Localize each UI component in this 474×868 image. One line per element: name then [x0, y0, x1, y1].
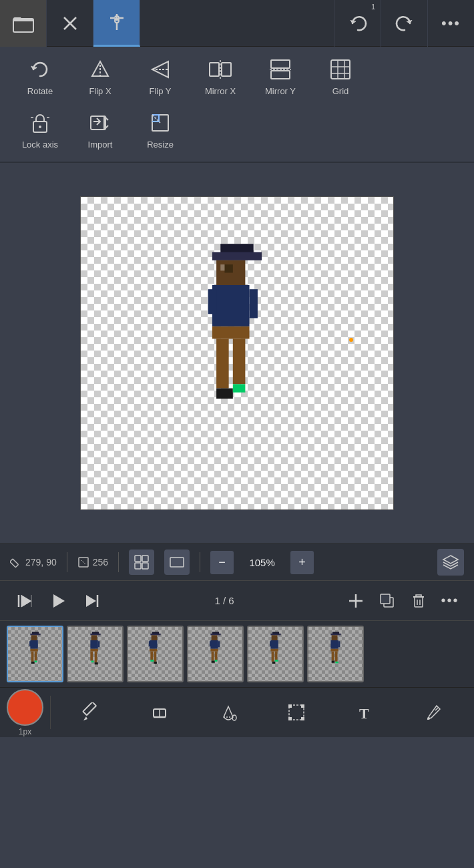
- layers-button[interactable]: [437, 549, 464, 576]
- svg-rect-88: [151, 635, 157, 640]
- import-tool[interactable]: Import: [73, 107, 127, 155]
- svg-text:T: T: [359, 705, 369, 722]
- redo-button[interactable]: [381, 0, 427, 47]
- select-tool-icon: [286, 702, 306, 722]
- svg-rect-119: [331, 635, 337, 640]
- frame-6-sprite: [322, 631, 349, 678]
- resize-tool[interactable]: Resize: [134, 107, 187, 155]
- svg-rect-105: [211, 660, 214, 662]
- more-button[interactable]: •••: [427, 0, 474, 47]
- svg-rect-91: [150, 648, 157, 651]
- zoom-in-button[interactable]: +: [290, 551, 314, 574]
- svg-rect-14: [222, 63, 231, 76]
- canvas-drawing-surface[interactable]: [81, 197, 393, 509]
- eyedropper-tool[interactable]: [417, 694, 450, 731]
- svg-rect-106: [214, 660, 217, 662]
- svg-point-25: [39, 126, 41, 128]
- svg-rect-84: [91, 660, 93, 662]
- frame-view-button[interactable]: [164, 550, 190, 575]
- eraser-tool[interactable]: [143, 694, 176, 731]
- svg-rect-40: [216, 339, 229, 388]
- text-tool-icon: T: [354, 702, 375, 722]
- lockaxis-label: Lock axis: [22, 140, 58, 150]
- folder-button[interactable]: [0, 0, 47, 47]
- select-tool[interactable]: [280, 694, 313, 731]
- svg-rect-99: [210, 640, 218, 649]
- frame-thumb-2[interactable]: [67, 626, 124, 682]
- more-anim-button[interactable]: •••: [436, 587, 464, 615]
- delete-frame-button[interactable]: [405, 587, 433, 615]
- svg-rect-71: [30, 648, 37, 651]
- next-frame-button[interactable]: [77, 586, 107, 616]
- canvas-wrapper[interactable]: [80, 196, 394, 510]
- grid-view-button[interactable]: [129, 550, 154, 575]
- lockaxis-icon: [30, 112, 50, 136]
- svg-marker-53: [443, 556, 458, 564]
- color-area: 1px: [0, 689, 50, 736]
- play-icon: [50, 592, 67, 610]
- svg-rect-63: [415, 597, 423, 607]
- svg-rect-37: [208, 289, 216, 314]
- add-frame-button[interactable]: [342, 587, 370, 615]
- svg-rect-104: [214, 651, 217, 660]
- frame-thumb-6[interactable]: [307, 626, 364, 682]
- resize-icon: [150, 112, 171, 136]
- frame-thumb-5[interactable]: [247, 626, 304, 682]
- svg-marker-128: [83, 716, 87, 720]
- grid-label: Grid: [332, 86, 349, 96]
- play-button[interactable]: [43, 586, 73, 616]
- canvas-marker: [349, 338, 353, 342]
- canvas-area[interactable]: [0, 163, 474, 544]
- mirrorx-icon: [208, 59, 232, 83]
- svg-rect-137: [288, 717, 292, 720]
- frame-strip[interactable]: [0, 620, 474, 687]
- svg-rect-127: [83, 702, 96, 715]
- svg-rect-100: [218, 641, 220, 647]
- lockaxis-tool[interactable]: Lock axis: [13, 107, 67, 155]
- svg-rect-103: [211, 651, 214, 660]
- frame-thumb-1[interactable]: [7, 626, 63, 682]
- mirrorx-tool[interactable]: Mirror X: [194, 53, 247, 101]
- svg-rect-81: [90, 648, 97, 651]
- svg-rect-97: [210, 633, 220, 635]
- svg-rect-75: [34, 660, 37, 662]
- svg-rect-112: [270, 648, 278, 651]
- copy-frame-button[interactable]: [373, 587, 401, 615]
- color-swatch[interactable]: [7, 689, 43, 726]
- flipx-tool[interactable]: Flip X: [73, 53, 127, 101]
- mirrorx-label: Mirror X: [205, 86, 236, 96]
- bottom-toolbar: 1px: [0, 687, 474, 737]
- zoom-value: 105%: [244, 557, 280, 568]
- first-frame-button[interactable]: [10, 586, 40, 616]
- fill-tool[interactable]: [212, 694, 245, 731]
- svg-rect-115: [272, 661, 274, 663]
- svg-rect-36: [212, 285, 250, 327]
- flipy-tool[interactable]: Flip Y: [134, 53, 187, 101]
- svg-rect-52: [170, 558, 184, 567]
- mirrory-tool[interactable]: Mirror Y: [254, 53, 307, 101]
- pencil-tool[interactable]: [75, 694, 108, 731]
- grid-tool[interactable]: Grid: [314, 53, 367, 101]
- text-tool[interactable]: T: [348, 694, 381, 731]
- svg-rect-90: [148, 641, 150, 646]
- frame-thumb-4[interactable]: [187, 626, 244, 682]
- frame-thumb-3[interactable]: [127, 626, 184, 682]
- undo-button[interactable]: 1: [334, 0, 381, 47]
- svg-rect-113: [271, 651, 274, 661]
- svg-rect-109: [271, 635, 277, 640]
- pencil-tool-icon: [81, 702, 101, 722]
- frame-2-sprite: [82, 631, 109, 678]
- rotate-tool[interactable]: Rotate: [13, 53, 67, 101]
- svg-rect-78: [91, 635, 97, 640]
- zoom-out-button[interactable]: −: [210, 551, 234, 574]
- resize-label: Resize: [147, 140, 174, 150]
- pencil-small-icon: [10, 556, 22, 568]
- svg-rect-51: [142, 563, 148, 569]
- resize-small-icon: [77, 556, 89, 568]
- svg-rect-95: [154, 661, 156, 663]
- svg-rect-73: [34, 651, 37, 660]
- frame-indicator: 1 / 6: [204, 595, 244, 606]
- adjust-button[interactable]: [93, 0, 140, 47]
- svg-rect-138: [301, 717, 304, 720]
- close-button[interactable]: [47, 0, 93, 47]
